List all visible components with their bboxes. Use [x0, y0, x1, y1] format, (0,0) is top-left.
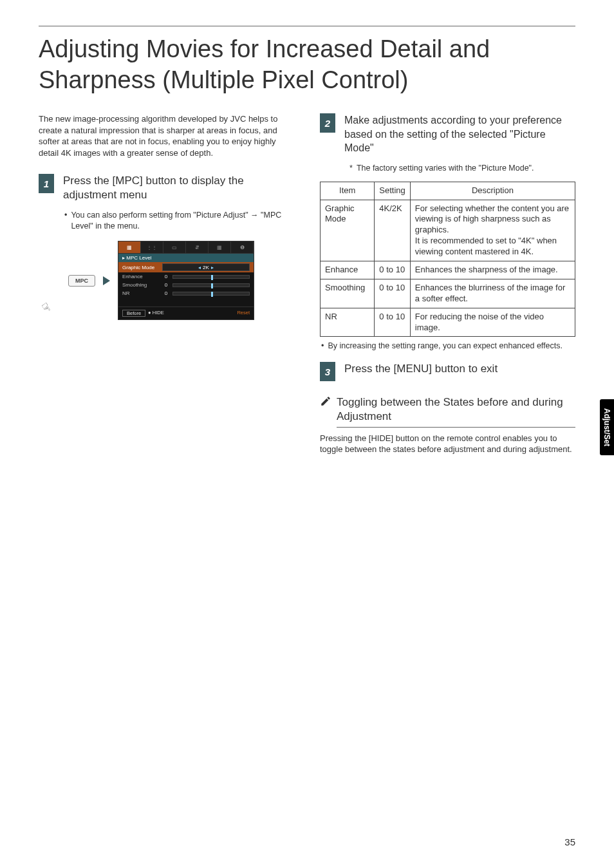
osd-enhance-label: Enhance	[122, 274, 160, 279]
table-note-text: By increasing the setting range, you can…	[328, 341, 563, 352]
cell-item: Enhance	[321, 261, 375, 279]
table-row: Graphic Mode 4K/2K For selecting whether…	[321, 200, 575, 261]
osd-graphic-value: ◂2K▸	[162, 263, 250, 271]
cell-setting: 0 to 10	[375, 261, 410, 279]
step-2-number: 2	[320, 113, 335, 133]
osd-nr-val: 0	[162, 290, 170, 296]
step-3-number: 3	[320, 362, 335, 381]
osd-slider	[172, 283, 250, 287]
step-2-footnote: * The factory setting varies with the "P…	[349, 163, 575, 174]
cell-desc: Enhances the blurriness of the image for…	[410, 279, 575, 308]
osd-before-button: Before	[122, 310, 145, 317]
cell-item: NR	[321, 308, 375, 337]
settings-table: Item Setting Description Graphic Mode 4K…	[320, 182, 575, 337]
osd-head-text: MPC Level	[126, 255, 151, 261]
intro-paragraph: The new image-processing algorithm devel…	[39, 113, 294, 158]
step-2: 2 Make adjustments according to your pre…	[320, 113, 575, 155]
step-1-number: 1	[39, 174, 54, 193]
cell-setting: 4K/2K	[375, 200, 410, 261]
step-1-bullet-text: You can also perform setting from "Pictu…	[71, 210, 294, 232]
step-3: 3 Press the [MENU] button to exit	[320, 362, 575, 381]
two-column-layout: The new image-processing algorithm devel…	[39, 113, 575, 455]
subheading-body: Pressing the [HIDE] button on the remote…	[320, 433, 575, 455]
cell-item: Smoothing	[321, 279, 375, 308]
bullet-dot: •	[321, 341, 324, 352]
table-row: NR 0 to 10 For reducing the noise of the…	[321, 308, 575, 337]
cell-desc: For reducing the noise of the video imag…	[410, 308, 575, 337]
right-column: 2 Make adjustments according to your pre…	[320, 113, 575, 455]
remote-and-menu-illustration: MPC ☟ ▦ ⋮⋮ ▭ ⇵ ▦ ❶ ▸ MPC Level Graphic M…	[68, 241, 294, 320]
pen-icon	[320, 395, 331, 410]
osd-slider	[172, 292, 250, 296]
osd-hide-label: ● HIDE	[148, 310, 164, 317]
osd-section-head: ▸ MPC Level	[118, 254, 254, 262]
table-row: Smoothing 0 to 10 Enhances the blurrines…	[321, 279, 575, 308]
step-3-text: Press the [MENU] button to exit	[344, 362, 575, 376]
mpc-remote-button: MPC	[68, 275, 95, 287]
step-1: 1 Press the [MPC] button to display the …	[39, 174, 294, 202]
th-setting: Setting	[375, 182, 410, 200]
th-item: Item	[321, 182, 375, 200]
osd-tab-icon: ⋮⋮	[141, 241, 163, 253]
step-2-text: Make adjustments according to your prefe…	[344, 113, 575, 155]
remote-wrap: MPC ☟	[68, 275, 95, 287]
arrow-icon	[103, 276, 110, 285]
left-column: The new image-processing algorithm devel…	[39, 113, 294, 455]
cell-desc: For selecting whether the content you ar…	[410, 200, 575, 261]
osd-row-smoothing: Smoothing 0	[118, 281, 254, 289]
osd-tab-icon: ❶	[231, 241, 254, 253]
osd-reset-button: Reset	[237, 310, 250, 317]
osd-tab-icon: ▦	[118, 241, 141, 253]
hand-icon: ☟	[39, 299, 53, 316]
osd-tab-icon: ▭	[163, 241, 186, 253]
th-description: Description	[410, 182, 575, 200]
cell-item: Graphic Mode	[321, 200, 375, 261]
osd-footer-left: Before ● HIDE	[122, 310, 164, 317]
osd-smoothing-val: 0	[162, 282, 170, 288]
step-2-footnote-text: The factory setting varies with the "Pic…	[357, 163, 534, 174]
cell-desc: Enhances the sharpness of the image.	[410, 261, 575, 279]
osd-graphic-label: Graphic Mode	[122, 265, 160, 270]
osd-tabs: ▦ ⋮⋮ ▭ ⇵ ▦ ❶	[118, 241, 254, 254]
osd-spin-text: 2K	[203, 265, 209, 270]
subheading-toggling: Toggling between the States before and d…	[320, 395, 575, 427]
osd-slider	[172, 275, 250, 279]
bullet-dot: •	[64, 210, 67, 232]
page-title: Adjusting Movies for Increased Detail an…	[39, 34, 575, 95]
osd-row-nr: NR 0	[118, 289, 254, 297]
osd-tab-icon: ▦	[209, 241, 231, 253]
side-tab-adjust-set: Adjust/Set	[600, 399, 614, 455]
step-1-text: Press the [MPC] button to display the ad…	[63, 174, 294, 202]
footnote-star: *	[349, 163, 353, 174]
osd-enhance-val: 0	[162, 274, 170, 279]
osd-tab-icon: ⇵	[186, 241, 209, 253]
subheading-text: Toggling between the States before and d…	[337, 395, 575, 427]
cell-setting: 0 to 10	[375, 308, 410, 337]
osd-menu-panel: ▦ ⋮⋮ ▭ ⇵ ▦ ❶ ▸ MPC Level Graphic Mode ◂2…	[118, 241, 254, 320]
top-rule	[39, 26, 575, 26]
osd-smoothing-label: Smoothing	[122, 282, 160, 288]
table-note: • By increasing the setting range, you c…	[321, 341, 575, 352]
osd-row-enhance: Enhance 0	[118, 272, 254, 281]
osd-row-graphic-mode: Graphic Mode ◂2K▸	[118, 262, 254, 272]
osd-footer: Before ● HIDE Reset	[118, 307, 254, 319]
cell-setting: 0 to 10	[375, 279, 410, 308]
page-number: 35	[564, 836, 575, 847]
table-row: Enhance 0 to 10 Enhances the sharpness o…	[321, 261, 575, 279]
step-1-bullet: • You can also perform setting from "Pic…	[64, 210, 294, 232]
osd-nr-label: NR	[122, 290, 160, 296]
